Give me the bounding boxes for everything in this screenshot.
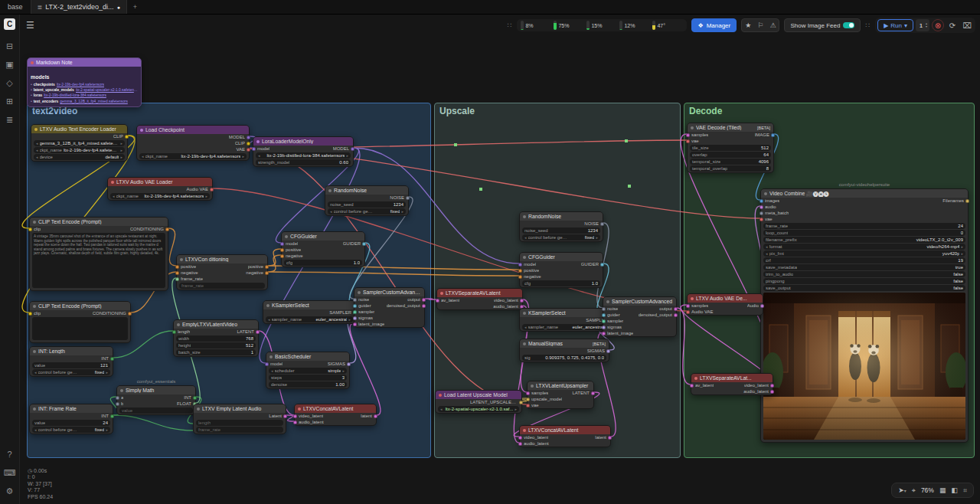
widget-strength-model[interactable]: strength_model0.60 bbox=[256, 159, 351, 165]
collapse-dot[interactable] bbox=[523, 429, 526, 432]
input-port[interactable]: audio_latent bbox=[518, 441, 549, 446]
widget-sig[interactable]: sig0.909375, 0.725, 0.4375, 0.0 bbox=[522, 355, 606, 361]
input-port[interactable]: upscale_model bbox=[526, 397, 562, 401]
widget-pingpong[interactable]: pingpongfalse bbox=[763, 278, 965, 284]
output-port[interactable]: negative bbox=[246, 270, 269, 275]
widget-device[interactable]: ◂devicedefault▸ bbox=[34, 154, 125, 160]
widget-pix-fmt[interactable]: ◂pix_fmtyuv420p▸ bbox=[763, 250, 965, 257]
widget-save-output[interactable]: save_outputfalse bbox=[763, 285, 965, 291]
input-port[interactable]: sampler bbox=[602, 319, 623, 323]
node-header[interactable]: LTXVSeparateAVLat... bbox=[691, 374, 773, 382]
widget-noise-seed[interactable]: noise_seed1234 bbox=[328, 201, 406, 208]
output-port[interactable]: SIGMAS bbox=[587, 349, 610, 353]
node-header[interactable]: EmptyLTXVLatentVideo bbox=[174, 320, 258, 329]
input-port[interactable]: samples bbox=[686, 303, 708, 308]
input-port[interactable]: video_latent bbox=[293, 414, 323, 418]
input-port[interactable]: a bbox=[116, 395, 123, 400]
input-port[interactable]: meta_batch bbox=[760, 211, 789, 215]
input-port[interactable]: guider bbox=[353, 303, 371, 308]
output-port[interactable]: NOISE bbox=[584, 221, 604, 226]
output-port[interactable]: IMAGE bbox=[755, 133, 775, 137]
output-port[interactable]: video_latent bbox=[494, 298, 524, 303]
collapse-dot[interactable] bbox=[33, 221, 36, 224]
int-length[interactable]: INT: LengthINTvalue121◂control before ge… bbox=[29, 346, 113, 377]
int-frame-rate[interactable]: INT: Frame RateINTvalue24◂control before… bbox=[29, 404, 113, 434]
output-port[interactable]: audio_latent bbox=[743, 389, 774, 394]
comfyui-logo[interactable]: C bbox=[4, 18, 15, 30]
widget-frame-rate[interactable]: frame_rate bbox=[196, 427, 283, 433]
output-port[interactable]: Audio VAE bbox=[186, 187, 214, 191]
prompt-text-widget[interactable] bbox=[32, 317, 128, 340]
flag-icon[interactable]: ⚐ bbox=[754, 21, 766, 29]
output-port[interactable]: VAE bbox=[236, 147, 250, 152]
widget-length[interactable]: length bbox=[196, 420, 283, 426]
collapse-dot[interactable] bbox=[33, 350, 36, 353]
node-header[interactable]: BasicScheduler bbox=[266, 352, 349, 361]
ltxv-latent-upsampler[interactable]: LTXVLatentUpsamplersamplesLATENTupscale_… bbox=[527, 381, 594, 409]
ksampler-select-2[interactable]: KSamplerSelectSAMPLER◂sampler_nameeuler_… bbox=[519, 308, 612, 332]
ltxv-audio-vae-decode[interactable]: LTXV Audio VAE De...samplesAudioAudio VA… bbox=[687, 293, 763, 316]
input-port[interactable]: latent_image bbox=[353, 322, 384, 326]
input-port[interactable]: noise bbox=[353, 297, 369, 302]
node-header[interactable]: LTXV Empty Latent Audio bbox=[194, 404, 286, 413]
input-port[interactable]: positive bbox=[518, 268, 539, 273]
input-port[interactable]: positive bbox=[280, 247, 301, 252]
node-header[interactable]: LTXV Audio VAE Loader bbox=[108, 178, 212, 186]
new-tab-button[interactable]: + bbox=[127, 0, 143, 14]
image-feed-toggle[interactable] bbox=[843, 22, 854, 28]
input-port[interactable]: images bbox=[760, 198, 779, 203]
input-port[interactable]: negative bbox=[280, 254, 303, 258]
grid-toggle-icon[interactable]: ◧ bbox=[951, 486, 958, 494]
pointer-tool-icon[interactable]: ➤▾ bbox=[898, 486, 906, 494]
empty-ltxv-latent-video[interactable]: EmptyLTXVLatentVideolengthLATENTwidth768… bbox=[173, 319, 259, 357]
output-port[interactable]: Filenames bbox=[942, 198, 969, 203]
input-port[interactable]: negative bbox=[175, 270, 198, 275]
sampler-custom-advanced-1[interactable]: SamplerCustomAdvancednoiseoutputguiderde… bbox=[354, 287, 425, 328]
output-port[interactable]: MODEL bbox=[229, 135, 250, 139]
widget-overlap[interactable]: overlap64 bbox=[690, 152, 771, 158]
collapse-dot[interactable] bbox=[120, 389, 123, 392]
collapse-dot[interactable] bbox=[440, 292, 443, 295]
ltxv-empty-latent-audio[interactable]: LTXV Empty Latent AudioLatentlengthframe… bbox=[193, 404, 286, 434]
node-header[interactable]: LTXV Audio VAE De... bbox=[688, 294, 763, 303]
input-port[interactable]: audio bbox=[760, 205, 776, 209]
interrupt-button[interactable]: ⊗ bbox=[932, 19, 944, 31]
widget-trim-to-audio[interactable]: trim_to_audiofalse bbox=[763, 271, 965, 277]
queue-icon[interactable]: ≣ bbox=[3, 113, 17, 126]
input-port[interactable]: positive bbox=[175, 264, 196, 269]
load-latent-upscale-model[interactable]: Load Latent Upscale ModelLATENT_UPSCALE_… bbox=[435, 390, 522, 414]
output-port[interactable]: denoised_output bbox=[387, 303, 426, 308]
widget-noise-seed[interactable]: noise_seed1234 bbox=[522, 227, 600, 234]
collapse-dot[interactable] bbox=[140, 129, 143, 132]
collapse-dot[interactable] bbox=[523, 215, 526, 218]
load-checkpoint[interactable]: Load CheckpointMODELCLIPVAE◂ckpt_nameltx… bbox=[136, 125, 250, 161]
models-icon[interactable]: ◇ bbox=[3, 76, 17, 90]
collapse-dot[interactable] bbox=[694, 377, 697, 380]
ltxv-audio-vae-loader[interactable]: LTXV Audio VAE LoaderAudio VAE◂ckpt_name… bbox=[107, 177, 213, 201]
widget-temporal-overlap[interactable]: temporal_overlap8 bbox=[690, 165, 771, 172]
collapse-dot[interactable] bbox=[523, 342, 526, 345]
output-port[interactable]: LATENT bbox=[237, 329, 260, 334]
minimap-icon[interactable]: ▦ bbox=[939, 486, 946, 494]
settings-icon[interactable]: ⚙ bbox=[3, 484, 17, 498]
node-header[interactable]: LTXVLatentUpsampler bbox=[528, 381, 593, 390]
widget-cfg[interactable]: cfg1.0 bbox=[284, 260, 362, 266]
ltxv-concat-av-latent-2[interactable]: LTXVConcatAVLatentvideo_latentlatentaudi… bbox=[519, 425, 611, 447]
node-header[interactable]: LoraLoaderModelOnly bbox=[253, 137, 353, 146]
collapse-dot[interactable] bbox=[177, 323, 180, 326]
output-port[interactable]: CONDITIONING bbox=[93, 311, 132, 316]
clip-text-encode-positive[interactable]: CLIP Text Encode (Prompt)clipCONDITIONIN… bbox=[29, 217, 168, 291]
collapse-dot[interactable] bbox=[197, 407, 200, 411]
output-port[interactable]: GUIDER bbox=[581, 262, 604, 267]
drag-handle-icon-2[interactable]: ∷ bbox=[865, 21, 871, 29]
input-port[interactable]: vae bbox=[686, 139, 699, 143]
widget-temporal-size[interactable]: temporal_size4096 bbox=[690, 159, 771, 165]
collapse-dot[interactable] bbox=[531, 385, 534, 388]
widget-cfg[interactable]: cfg1.0 bbox=[522, 280, 600, 286]
node-header[interactable]: ManualSigmas[BETA] bbox=[520, 339, 609, 348]
collapse-dot[interactable] bbox=[33, 305, 36, 308]
node-header[interactable]: Load Latent Upscale Model bbox=[436, 391, 521, 399]
output-port[interactable]: positive bbox=[248, 264, 269, 269]
collapse-dot[interactable] bbox=[256, 140, 260, 143]
widget-denoise[interactable]: denoise1.00 bbox=[269, 381, 347, 388]
